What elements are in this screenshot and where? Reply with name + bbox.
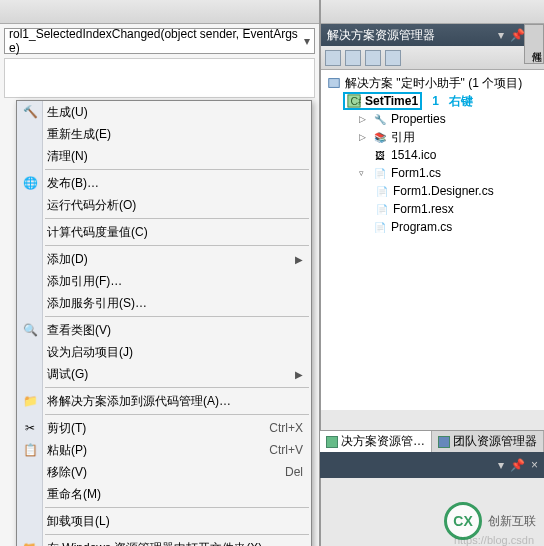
menu-separator: [45, 169, 309, 170]
folder-icon: 📂: [22, 540, 38, 546]
menu-open-explorer[interactable]: 📂 在 Windows 资源管理器中打开文件夹(X): [17, 537, 311, 546]
tree-form1-resx[interactable]: 📄 Form1.resx: [323, 200, 542, 218]
menu-clean[interactable]: 清理(N): [17, 145, 311, 167]
menu-separator: [45, 245, 309, 246]
tree-label: 引用: [391, 129, 415, 146]
context-menu: 🔨 生成(U) 重新生成(E) 清理(N) 🌐 发布(B)… 运行代码分析(O)…: [16, 100, 312, 546]
paste-icon: 📋: [22, 442, 38, 458]
pin-icon[interactable]: 📌: [510, 28, 525, 42]
shortcut: Ctrl+V: [269, 443, 303, 457]
tree-solution-root[interactable]: 解决方案 "定时小助手" (1 个项目): [323, 74, 542, 92]
image-icon: 🖼: [373, 148, 387, 162]
menu-view-class-diagram[interactable]: 🔍 查看类图(V): [17, 319, 311, 341]
shortcut: Ctrl+X: [269, 421, 303, 435]
tree-references[interactable]: ▷ 📚 引用: [323, 128, 542, 146]
annotation-1-number: 1: [432, 94, 439, 108]
toolbar-icon[interactable]: [325, 50, 341, 66]
wrench-icon: 🔧: [373, 112, 387, 126]
menu-remove[interactable]: 移除(V) Del: [17, 461, 311, 483]
tree-project[interactable]: C# SetTime1 1 右键: [323, 92, 542, 110]
csproj-icon: C#: [347, 94, 361, 108]
tree-label: 1514.ico: [391, 148, 436, 162]
expander-icon[interactable]: ▿: [359, 168, 369, 178]
menu-build[interactable]: 🔨 生成(U): [17, 101, 311, 123]
tree-ico[interactable]: 🖼 1514.ico: [323, 146, 542, 164]
tree-form1-designer[interactable]: 📄 Form1.Designer.cs: [323, 182, 542, 200]
tab-icon: [326, 436, 338, 448]
menu-debug[interactable]: 调试(G) ▶: [17, 363, 311, 385]
menu-separator: [45, 387, 309, 388]
watermark-logo: CX: [444, 502, 482, 540]
solution-explorer-title: 解决方案资源管理器 ▾ 📌 ×: [321, 24, 544, 46]
solution-tree[interactable]: 解决方案 "定时小助手" (1 个项目) C# SetTime1 1 右键 ▷ …: [321, 70, 544, 410]
panel-tabs: 决方案资源管… 团队资源管理器: [320, 430, 544, 452]
menu-add-service-reference[interactable]: 添加服务引用(S)…: [17, 292, 311, 314]
tree-label: Form1.cs: [391, 166, 441, 180]
shortcut: Del: [285, 465, 303, 479]
menu-cut[interactable]: ✂ 剪切(T) Ctrl+X: [17, 417, 311, 439]
menu-paste[interactable]: 📋 粘贴(P) Ctrl+V: [17, 439, 311, 461]
menu-rebuild[interactable]: 重新生成(E): [17, 123, 311, 145]
menu-separator: [45, 316, 309, 317]
menu-separator: [45, 534, 309, 535]
pin-icon[interactable]: 📌: [510, 458, 525, 472]
menu-add[interactable]: 添加(D) ▶: [17, 248, 311, 270]
tree-form1[interactable]: ▿ 📄 Form1.cs: [323, 164, 542, 182]
svg-rect-0: [329, 79, 340, 88]
tab-label: 团队资源管理器: [453, 433, 537, 450]
toolbar-icon[interactable]: [385, 50, 401, 66]
scc-icon: 📁: [22, 393, 38, 409]
menu-unload[interactable]: 卸载项目(L): [17, 510, 311, 532]
dropdown-text: rol1_SelectedIndexChanged(object sender,…: [9, 27, 304, 55]
references-icon: 📚: [373, 130, 387, 144]
menu-publish[interactable]: 🌐 发布(B)…: [17, 172, 311, 194]
solution-icon: [327, 76, 341, 90]
build-icon: 🔨: [22, 104, 38, 120]
tab-team-explorer[interactable]: 团队资源管理器: [432, 431, 544, 452]
chevron-down-icon: ▾: [304, 34, 310, 48]
tab-label: 决方案资源管…: [341, 433, 425, 450]
publish-icon: 🌐: [22, 175, 38, 191]
annotation-1-box: C# SetTime1: [343, 92, 422, 110]
menu-add-to-scc[interactable]: 📁 将解决方案添加到源代码管理(A)…: [17, 390, 311, 412]
cs-icon: 📄: [375, 184, 389, 198]
close-icon[interactable]: ×: [531, 458, 538, 472]
menu-add-reference[interactable]: 添加引用(F)…: [17, 270, 311, 292]
bottom-panel-title: ▾ 📌 ×: [320, 452, 544, 478]
menu-rename[interactable]: 重命名(M): [17, 483, 311, 505]
menu-code-metrics[interactable]: 计算代码度量值(C): [17, 221, 311, 243]
diagram-icon: 🔍: [22, 322, 38, 338]
menu-code-analysis[interactable]: 运行代码分析(O): [17, 194, 311, 216]
tree-program[interactable]: 📄 Program.cs: [323, 218, 542, 236]
cut-icon: ✂: [22, 420, 38, 436]
solution-toolbar: [321, 46, 544, 70]
solution-root-label: 解决方案 "定时小助手" (1 个项目): [345, 75, 522, 92]
svg-text:C#: C#: [351, 95, 362, 107]
form-icon: 📄: [373, 166, 387, 180]
tab-icon: [438, 436, 450, 448]
dropdown-icon[interactable]: ▾: [498, 28, 504, 42]
project-label: SetTime1: [365, 94, 418, 108]
code-area[interactable]: [4, 58, 315, 98]
toolbar-icon[interactable]: [345, 50, 361, 66]
expander-icon[interactable]: ▷: [359, 114, 369, 124]
menu-separator: [45, 507, 309, 508]
watermark: CX 创新互联: [444, 502, 536, 540]
toolbar-icon[interactable]: [365, 50, 381, 66]
dropdown-icon[interactable]: ▾: [498, 458, 504, 472]
editor-toolbar: [0, 0, 319, 24]
menu-set-startup[interactable]: 设为启动项目(J): [17, 341, 311, 363]
tree-label: Form1.resx: [393, 202, 454, 216]
tree-label: Properties: [391, 112, 446, 126]
expander-icon[interactable]: ▷: [359, 132, 369, 142]
resx-icon: 📄: [375, 202, 389, 216]
cs-icon: 📄: [373, 220, 387, 234]
member-dropdown[interactable]: rol1_SelectedIndexChanged(object sender,…: [4, 28, 315, 54]
annotation-1-text: 右键: [449, 93, 473, 110]
watermark-text: 创新互联: [488, 513, 536, 530]
properties-strip[interactable]: 属性: [524, 24, 544, 64]
tree-properties[interactable]: ▷ 🔧 Properties: [323, 110, 542, 128]
panel-title-text: 解决方案资源管理器: [327, 27, 435, 44]
menu-separator: [45, 218, 309, 219]
tab-solution-explorer[interactable]: 决方案资源管…: [320, 431, 432, 452]
